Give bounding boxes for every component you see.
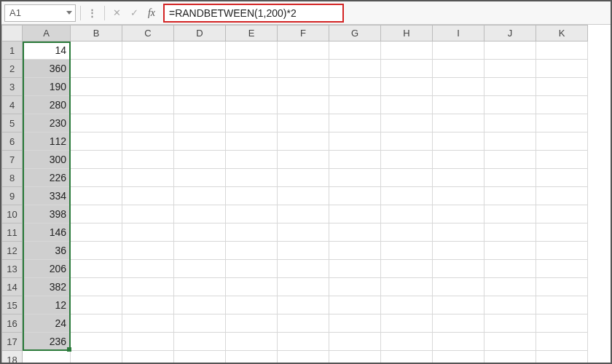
cell-B9[interactable]	[71, 187, 122, 205]
cell-D6[interactable]	[174, 132, 226, 151]
cell-H2[interactable]	[381, 60, 433, 78]
cell-H6[interactable]	[381, 132, 433, 151]
cell-D9[interactable]	[174, 187, 226, 205]
cell-H13[interactable]	[381, 260, 433, 278]
cell-D12[interactable]	[174, 242, 226, 260]
cell-E9[interactable]	[226, 187, 278, 205]
cell-G13[interactable]	[329, 260, 381, 278]
cell-F10[interactable]	[278, 205, 329, 223]
cell-B14[interactable]	[71, 278, 122, 296]
cell-H8[interactable]	[381, 169, 433, 187]
cell-E10[interactable]	[226, 205, 278, 223]
cell-G6[interactable]	[329, 132, 381, 151]
cell-K12[interactable]	[536, 242, 588, 260]
column-header-G[interactable]: G	[329, 25, 381, 41]
cell-F15[interactable]	[278, 296, 329, 314]
cell-I17[interactable]	[433, 333, 484, 351]
cell-D7[interactable]	[174, 151, 226, 169]
cell-K13[interactable]	[536, 260, 588, 278]
cell-F9[interactable]	[278, 187, 329, 205]
cell-D17[interactable]	[174, 333, 226, 351]
enter-icon[interactable]: ✓	[127, 6, 141, 20]
cell-B5[interactable]	[71, 114, 122, 132]
row-header-16[interactable]: 16	[2, 314, 23, 333]
cell-B6[interactable]	[71, 132, 122, 151]
cell-C10[interactable]	[122, 205, 174, 223]
cell-A6[interactable]: 112	[23, 132, 71, 151]
cell-H12[interactable]	[381, 242, 433, 260]
cell-D10[interactable]	[174, 205, 226, 223]
cell-K16[interactable]	[536, 314, 588, 333]
row-header-5[interactable]: 5	[2, 114, 23, 132]
cell-J4[interactable]	[484, 96, 536, 114]
cell-E4[interactable]	[226, 96, 278, 114]
cell-I7[interactable]	[433, 151, 484, 169]
cell-D2[interactable]	[174, 60, 226, 78]
cell-E3[interactable]	[226, 78, 278, 96]
cell-C9[interactable]	[122, 187, 174, 205]
cell-F8[interactable]	[278, 169, 329, 187]
row-header-7[interactable]: 7	[2, 151, 23, 169]
cell-C16[interactable]	[122, 314, 174, 333]
row-header-9[interactable]: 9	[2, 187, 23, 205]
cell-D16[interactable]	[174, 314, 226, 333]
cell-F3[interactable]	[278, 78, 329, 96]
cell-B11[interactable]	[71, 223, 122, 242]
column-header-B[interactable]: B	[71, 25, 122, 41]
cell-J18[interactable]	[484, 351, 536, 365]
cell-J11[interactable]	[484, 223, 536, 242]
cell-C8[interactable]	[122, 169, 174, 187]
column-header-J[interactable]: J	[484, 25, 536, 41]
cell-B7[interactable]	[71, 151, 122, 169]
cell-I14[interactable]	[433, 278, 484, 296]
cell-I3[interactable]	[433, 78, 484, 96]
cell-J12[interactable]	[484, 242, 536, 260]
cell-A7[interactable]: 300	[23, 151, 71, 169]
cell-F18[interactable]	[278, 351, 329, 365]
cell-H18[interactable]	[381, 351, 433, 365]
cell-C13[interactable]	[122, 260, 174, 278]
cell-K2[interactable]	[536, 60, 588, 78]
chevron-down-icon[interactable]	[66, 11, 72, 15]
cell-K8[interactable]	[536, 169, 588, 187]
cell-E1[interactable]	[226, 41, 278, 60]
cell-K1[interactable]	[536, 41, 588, 60]
cell-J16[interactable]	[484, 314, 536, 333]
cell-D4[interactable]	[174, 96, 226, 114]
cell-B10[interactable]	[71, 205, 122, 223]
cell-K6[interactable]	[536, 132, 588, 151]
cell-D11[interactable]	[174, 223, 226, 242]
cell-E17[interactable]	[226, 333, 278, 351]
cell-J9[interactable]	[484, 187, 536, 205]
cell-I13[interactable]	[433, 260, 484, 278]
row-header-10[interactable]: 10	[2, 205, 23, 223]
row-header-17[interactable]: 17	[2, 333, 23, 351]
cell-B3[interactable]	[71, 78, 122, 96]
cell-H1[interactable]	[381, 41, 433, 60]
cell-K4[interactable]	[536, 96, 588, 114]
cell-C2[interactable]	[122, 60, 174, 78]
cell-J3[interactable]	[484, 78, 536, 96]
cell-A17[interactable]: 236	[23, 333, 71, 351]
cell-C3[interactable]	[122, 78, 174, 96]
cell-F1[interactable]	[278, 41, 329, 60]
cell-B13[interactable]	[71, 260, 122, 278]
column-header-C[interactable]: C	[122, 25, 174, 41]
cell-E12[interactable]	[226, 242, 278, 260]
row-header-12[interactable]: 12	[2, 242, 23, 260]
cell-B15[interactable]	[71, 296, 122, 314]
cell-K14[interactable]	[536, 278, 588, 296]
cell-C18[interactable]	[122, 351, 174, 365]
cell-B17[interactable]	[71, 333, 122, 351]
cell-C12[interactable]	[122, 242, 174, 260]
cell-F7[interactable]	[278, 151, 329, 169]
formula-input[interactable]: =RANDBETWEEN(1,200)*2	[163, 4, 344, 23]
cell-E16[interactable]	[226, 314, 278, 333]
cell-H14[interactable]	[381, 278, 433, 296]
cell-C6[interactable]	[122, 132, 174, 151]
cell-C5[interactable]	[122, 114, 174, 132]
column-header-E[interactable]: E	[226, 25, 278, 41]
cell-J10[interactable]	[484, 205, 536, 223]
cell-E13[interactable]	[226, 260, 278, 278]
cell-A9[interactable]: 334	[23, 187, 71, 205]
